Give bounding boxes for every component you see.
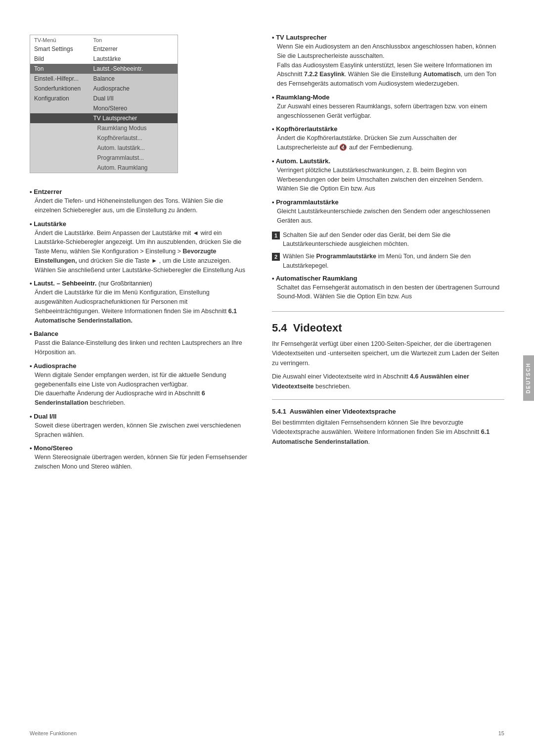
menu-row-3-right: Balance (89, 74, 178, 84)
menu-header-row: TV-Menü Ton (30, 35, 178, 45)
menu-row-5: Konfiguration Dual I/II (30, 94, 178, 103)
bullet-auto-raumklang-text: Schaltet das Fernsehgerät automatisch in… (277, 283, 504, 302)
menu-row-4-right: Audiosprache (89, 84, 178, 94)
bullet-auto-raumklang: Automatischer Raumklang Schaltet das Fer… (272, 275, 504, 302)
right-column: TV Lautsprecher Wenn Sie ein Audiosystem… (267, 30, 504, 726)
bullet-tv-lautsprecher: TV Lautsprecher Wenn Sie ein Audiosystem… (272, 34, 504, 89)
subsection-541-number: 5.4.1 (272, 408, 286, 415)
bullet-sehbeeintr: Lautst. – Sehbeeintr. (nur Großbritannie… (30, 280, 247, 325)
page-footer: Weitere Funktionen 15 (30, 730, 504, 736)
menu-row-0-right: Entzerrer (89, 44, 178, 54)
menu-row-4-left: Sonderfunktionen (30, 84, 89, 94)
bullet-kopfhoerer-text: Ändert die Kopfhörerlautstärke. Drücken … (277, 134, 504, 152)
menu-row-12: Autom. Raumklang (30, 163, 178, 173)
bullet-dual-text: Soweit diese übertragen werden, können S… (35, 421, 247, 440)
menu-row-2-left: Ton (30, 64, 89, 74)
bullet-mono-stereo: Mono/Stereo Wenn Stereosignale übertrage… (30, 444, 247, 472)
menu-row-11-left (30, 153, 89, 163)
menu-row-5-left: Konfiguration (30, 94, 89, 103)
bullet-entzerrer: Entzerrer Ändert die Tiefen- und Höhenei… (30, 188, 247, 215)
bullet-autom-lautstaerk: Autom. Lautstärk. Verringert plötzliche … (272, 157, 504, 193)
bullet-auto-raumklang-title: Automatischer Raumklang (272, 275, 504, 282)
bullet-sehbeeintr-text: Ändert die Lautstärke für die im Menü Ko… (35, 288, 247, 325)
section-54-intro2: Die Auswahl einer Videotextseite wird in… (272, 372, 504, 391)
bullet-sehbeeintr-title: Lautst. – Sehbeeintr. (nur Großbritannie… (30, 280, 247, 287)
numbered-item-2: 2 Wählen Sie Programmlautstärke im Menü … (272, 252, 504, 271)
menu-row-3: Einstell.-Hilfepr... Balance (30, 74, 178, 84)
bullet-audiosprache-text: Wenn digitale Sender empfangen werden, i… (35, 371, 247, 408)
bullet-raumklang-mode-title: Raumklang-Mode (272, 94, 504, 101)
menu-row-9: Kopfhörerlautst... (30, 133, 178, 143)
menu-row-1-left: Bild (30, 54, 89, 64)
bullet-dual-title: Dual I/II (30, 413, 247, 420)
footer-right: 15 (498, 730, 504, 736)
bullet-balance: Balance Passt die Balance-Einstellung de… (30, 330, 247, 357)
page-container: TV-Menü Ton Smart Settings Entzerrer Bil… (0, 0, 534, 756)
menu-row-7-right: TV Lautsprecher (89, 113, 178, 123)
menu-header-col2: Ton (89, 35, 178, 45)
menu-row-8-right: Raumklang Modus (89, 123, 178, 133)
bullet-raumklang-mode-text: Zur Auswahl eines besseren Raumklangs, s… (277, 102, 504, 121)
section-54-heading: 5.4 Videotext (272, 322, 504, 334)
footer-left: Weitere Funktionen (30, 730, 77, 736)
menu-row-6-left (30, 103, 89, 113)
bullet-balance-text: Passt die Balance-Einstellung des linken… (35, 338, 247, 357)
menu-row-3-left: Einstell.-Hilfepr... (30, 74, 89, 84)
bullet-programmlautstaerke: Programmlautstärke Gleicht Lautstärkeunt… (272, 198, 504, 226)
bullet-programmlautstaerke-title: Programmlautstärke (272, 198, 504, 206)
menu-row-6: Mono/Stereo (30, 103, 178, 113)
menu-row-9-left (30, 133, 89, 143)
menu-row-5-right: Dual I/II (89, 94, 178, 103)
menu-row-6-right: Mono/Stereo (89, 103, 178, 113)
number-badge-1: 1 (272, 232, 280, 239)
bullet-tv-lautsprecher-text: Wenn Sie ein Audiosystem an den Anschlus… (277, 42, 504, 89)
bullet-audiosprache-title: Audiosprache (30, 362, 247, 370)
left-column: TV-Menü Ton Smart Settings Entzerrer Bil… (30, 30, 267, 726)
subsection-541-title: Auswählen einer Videotextsprache (290, 408, 396, 415)
menu-row-10-left (30, 143, 89, 153)
menu-row-1: Bild Lautstärke (30, 54, 178, 64)
menu-row-7: TV Lautsprecher (30, 113, 178, 123)
bullet-raumklang-mode: Raumklang-Mode Zur Auswahl eines bessere… (272, 94, 504, 121)
bullet-kopfhoerer-title: Kopfhörerlautstärke (272, 125, 504, 133)
bullet-kopfhoerer: Kopfhörerlautstärke Ändert die Kopfhörer… (272, 125, 504, 152)
menu-row-11-right: Programmlautst... (89, 153, 178, 163)
menu-row-0-left: Smart Settings (30, 44, 89, 54)
bullet-programmlautstaerke-text: Gleicht Lautstärkeunterschiede zwischen … (277, 207, 504, 226)
bullet-lautstaerke: Lautstärke Ändert die Lautstärke. Beim A… (30, 220, 247, 275)
bullet-lautstaerke-title: Lautstärke (30, 220, 247, 228)
subsection-541-text: Bei bestimmten digitalen Fernsehsendern … (272, 418, 504, 447)
bullet-mono-stereo-text: Wenn Stereosignale übertragen werden, kö… (35, 453, 247, 472)
bullet-tv-lautsprecher-title: TV Lautsprecher (272, 34, 504, 41)
section-54-intro1: Ihr Fernsehgerät verfügt über einen 1200… (272, 339, 504, 368)
menu-row-0: Smart Settings Entzerrer (30, 44, 178, 54)
menu-row-4: Sonderfunktionen Audiosprache (30, 84, 178, 94)
numbered-text-2: Wählen Sie Programmlautstärke im Menü To… (283, 252, 504, 271)
bullet-balance-title: Balance (30, 330, 247, 337)
bullet-lautstaerke-text: Ändert die Lautstärke. Beim Anpassen der… (35, 229, 247, 275)
menu-row-10: Autom. lautstärk... (30, 143, 178, 153)
menu-row-12-left (30, 163, 89, 173)
menu-header-col1: TV-Menü (30, 35, 89, 45)
numbered-item-1: 1 Schalten Sie auf den Sender oder das G… (272, 231, 504, 249)
number-badge-2: 2 (272, 253, 280, 261)
section-divider-2 (272, 399, 504, 400)
menu-row-8: Raumklang Modus (30, 123, 178, 133)
menu-row-1-right: Lautstärke (89, 54, 178, 64)
numbered-text-1: Schalten Sie auf den Sender oder das Ger… (283, 231, 504, 249)
section-54-title: Videotext (293, 322, 342, 334)
tv-menu-table: TV-Menü Ton Smart Settings Entzerrer Bil… (30, 35, 178, 173)
bullet-mono-stereo-title: Mono/Stereo (30, 444, 247, 452)
menu-row-2-highlighted: Ton Lautst.-Sehbeeintr. (30, 64, 178, 74)
subsection-541-heading: 5.4.1 Auswählen einer Videotextsprache (272, 408, 504, 415)
menu-row-11: Programmlautst... (30, 153, 178, 163)
section-54-number: 5.4 (272, 322, 287, 334)
section-divider (272, 311, 504, 312)
bullet-autom-lautstaerk-text: Verringert plötzliche Lautstärkeschwanku… (277, 166, 504, 193)
bullet-autom-lautstaerk-title: Autom. Lautstärk. (272, 157, 504, 165)
menu-row-12-right: Autom. Raumklang (89, 163, 178, 173)
tv-menu-wrapper: TV-Menü Ton Smart Settings Entzerrer Bil… (30, 35, 247, 173)
menu-row-7-left (30, 113, 89, 123)
bullet-entzerrer-text: Ändert die Tiefen- und Höheneinstellunge… (35, 196, 247, 215)
menu-row-2-right: Lautst.-Sehbeeintr. (89, 64, 178, 74)
